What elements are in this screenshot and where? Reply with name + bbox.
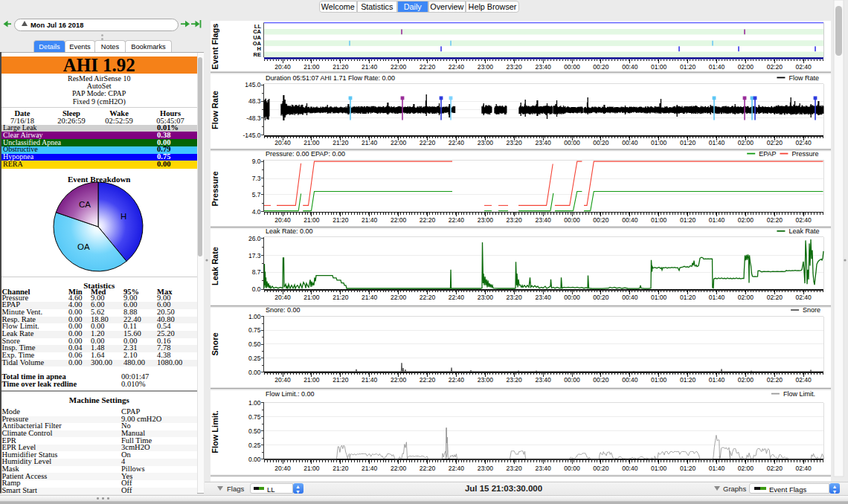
svg-text:4.0: 4.0 [252, 208, 261, 216]
svg-text:Flow Limit.: 0.00: Flow Limit.: 0.00 [266, 390, 315, 398]
svg-text:00:00: 00:00 [564, 294, 580, 301]
svg-text:22:00: 22:00 [391, 465, 407, 472]
svg-text:23:20: 23:20 [507, 63, 523, 71]
svg-text:5.7: 5.7 [252, 191, 261, 198]
svg-text:22:40: 22:40 [449, 216, 465, 224]
svg-text:00:00: 00:00 [564, 376, 580, 384]
svg-text:01:00: 01:00 [651, 139, 667, 146]
svg-text:23:20: 23:20 [507, 465, 523, 472]
svg-text:21:20: 21:20 [333, 376, 349, 384]
svg-text:01:40: 01:40 [709, 63, 725, 71]
svg-text:22:00: 22:00 [391, 139, 407, 146]
svg-text:23:40: 23:40 [535, 294, 551, 301]
svg-text:Flow Rate: Flow Rate [211, 91, 219, 129]
svg-text:02:20: 02:20 [767, 294, 783, 301]
svg-text:00:20: 00:20 [593, 139, 609, 146]
svg-text:22:40: 22:40 [449, 63, 465, 71]
svg-text:02:40: 02:40 [796, 465, 812, 472]
svg-text:02:00: 02:00 [738, 216, 754, 224]
svg-text:1.00: 1.00 [248, 399, 261, 407]
svg-text:Pressure: Pressure [211, 171, 219, 206]
svg-text:21:40: 21:40 [362, 294, 378, 301]
svg-text:0.00: 0.00 [248, 369, 261, 376]
svg-text:Leak Rate: Leak Rate [211, 247, 219, 285]
svg-text:145.0: 145.0 [245, 81, 261, 88]
svg-text:Snore: Snore [803, 306, 820, 314]
svg-text:00:20: 00:20 [593, 294, 609, 301]
svg-text:23:00: 23:00 [478, 216, 494, 224]
svg-text:01:00: 01:00 [651, 216, 667, 224]
svg-text:02:00: 02:00 [738, 465, 754, 472]
svg-text:0.25: 0.25 [248, 442, 261, 449]
svg-text:Flow Limit.: Flow Limit. [211, 410, 219, 453]
svg-text:01:20: 01:20 [680, 139, 696, 146]
svg-text:20:40: 20:40 [274, 216, 291, 224]
svg-text:02:00: 02:00 [738, 139, 754, 146]
svg-text:0.0: 0.0 [252, 285, 261, 293]
svg-text:02:00: 02:00 [738, 63, 754, 71]
svg-text:23:00: 23:00 [478, 465, 494, 472]
svg-text:9.0: 9.0 [252, 158, 261, 165]
svg-text:21:20: 21:20 [333, 216, 349, 224]
svg-text:00:20: 00:20 [593, 465, 609, 472]
svg-text:17.3: 17.3 [248, 252, 261, 259]
svg-text:21:40: 21:40 [362, 376, 378, 384]
svg-text:21:40: 21:40 [362, 465, 378, 472]
svg-text:20:40: 20:40 [274, 465, 291, 472]
svg-text:20:40: 20:40 [274, 63, 291, 71]
svg-text:02:40: 02:40 [796, 216, 812, 224]
svg-text:21:20: 21:20 [333, 465, 349, 472]
svg-text:22:20: 22:20 [420, 376, 436, 384]
svg-text:23:40: 23:40 [535, 139, 551, 146]
svg-text:22:40: 22:40 [449, 376, 465, 384]
svg-text:21:00: 21:00 [303, 376, 320, 384]
svg-text:23:00: 23:00 [478, 376, 494, 384]
svg-text:22:40: 22:40 [449, 465, 465, 472]
svg-text:02:20: 02:20 [767, 376, 783, 384]
svg-text:23:00: 23:00 [478, 63, 494, 71]
svg-text:00:40: 00:40 [622, 465, 638, 472]
svg-text:01:20: 01:20 [680, 294, 696, 301]
svg-text:02:40: 02:40 [796, 139, 812, 146]
svg-text:02:00: 02:00 [738, 376, 754, 384]
svg-text:23:40: 23:40 [535, 63, 551, 71]
svg-text:Event Flags: Event Flags [211, 24, 219, 70]
svg-text:22:20: 22:20 [420, 216, 436, 224]
svg-text:22:00: 22:00 [391, 63, 407, 71]
svg-text:21:00: 21:00 [303, 216, 320, 224]
svg-text:00:40: 00:40 [622, 376, 638, 384]
svg-text:Pressure: Pressure [791, 150, 818, 158]
svg-text:21:00: 21:00 [303, 139, 320, 146]
svg-text:00:00: 00:00 [564, 216, 580, 224]
svg-text:21:00: 21:00 [303, 294, 320, 301]
svg-text:01:40: 01:40 [709, 139, 725, 146]
svg-text:01:40: 01:40 [709, 294, 725, 301]
svg-text:22:20: 22:20 [420, 139, 436, 146]
svg-text:Pressure: 0.00 EPAP: 0.00: Pressure: 0.00 EPAP: 0.00 [266, 150, 345, 158]
svg-text:22:00: 22:00 [391, 376, 407, 384]
svg-text:21:00: 21:00 [303, 465, 320, 472]
svg-text:02:40: 02:40 [796, 63, 812, 71]
svg-text:21:20: 21:20 [333, 294, 349, 301]
svg-text:Snore: 0.00: Snore: 0.00 [266, 306, 301, 314]
svg-text:02:00: 02:00 [738, 294, 754, 301]
svg-text:RE: RE [254, 51, 261, 58]
svg-text:-145.0: -145.0 [242, 132, 260, 139]
svg-text:48.3: 48.3 [248, 97, 261, 105]
svg-text:8.7: 8.7 [252, 268, 261, 276]
svg-text:00:40: 00:40 [622, 216, 638, 224]
svg-text:01:40: 01:40 [709, 376, 725, 384]
svg-text:Leak Rate: 0.00: Leak Rate: 0.00 [266, 227, 313, 235]
svg-text:22:00: 22:00 [391, 216, 407, 224]
svg-text:00:40: 00:40 [622, 294, 638, 301]
svg-text:23:20: 23:20 [507, 216, 523, 224]
svg-text:23:40: 23:40 [535, 465, 551, 472]
svg-text:23:20: 23:20 [507, 139, 523, 146]
svg-text:00:40: 00:40 [622, 63, 638, 71]
svg-text:Flow Rate: Flow Rate [788, 74, 819, 82]
svg-text:02:20: 02:20 [767, 216, 783, 224]
svg-text:02:20: 02:20 [767, 465, 783, 472]
svg-text:Leak Rate: Leak Rate [788, 227, 819, 235]
svg-text:01:20: 01:20 [680, 216, 696, 224]
svg-text:22:20: 22:20 [420, 63, 436, 71]
